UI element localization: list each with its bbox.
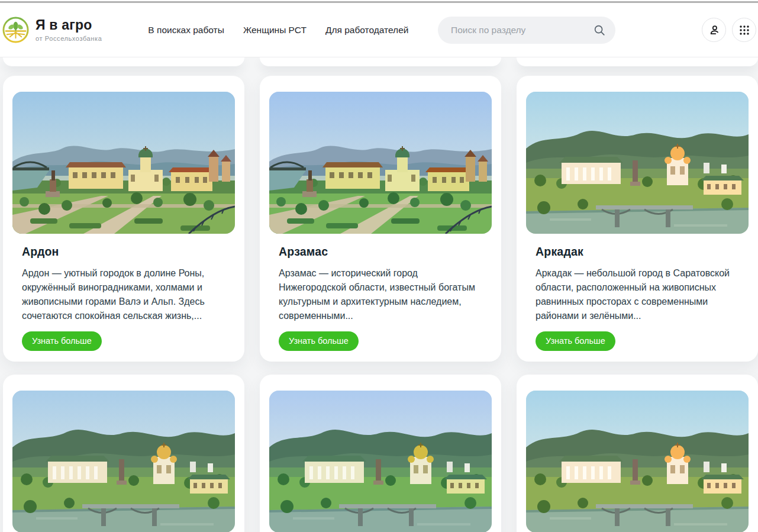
city-card-arzamas: Арзамас Арзамас — исторический город Ниж… (260, 76, 501, 362)
apps-menu-button[interactable] (732, 18, 756, 42)
city-card-title: Аркадак (536, 245, 739, 259)
city-photo-illustration (269, 391, 492, 532)
city-card-description: Аркадак — небольшой город в Саратовской … (536, 266, 739, 323)
city-card-title: Ардон (22, 245, 225, 259)
logo-subtitle: от Россельхозбанка (36, 35, 102, 42)
city-card (260, 375, 501, 532)
city-card-description: Ардон — уютный городок в долине Роны, ок… (22, 266, 225, 323)
city-photo-illustration (526, 92, 749, 234)
logo[interactable]: Я в агро от Россельхозбанка (2, 16, 102, 44)
user-profile-button[interactable] (702, 18, 726, 42)
main-nav: В поисках работы Женщины РСТ Для работод… (148, 25, 408, 36)
nav-item-job-seekers[interactable]: В поисках работы (148, 25, 224, 36)
learn-more-button[interactable]: Узнать больше (536, 331, 615, 351)
city-photo-illustration (12, 92, 235, 234)
city-card-description: Арзамас — исторический город Нижегородск… (279, 266, 482, 323)
card-fragment (517, 57, 758, 66)
previous-row-fragments (3, 57, 758, 66)
city-photo-illustration (269, 92, 492, 234)
cards-row-2 (3, 375, 758, 532)
learn-more-button[interactable]: Узнать больше (279, 331, 359, 351)
cards-row-1: Ардон Ардон — уютный городок в долине Ро… (3, 76, 758, 362)
city-photo (12, 92, 235, 234)
card-fragment (3, 57, 244, 66)
apps-grid-icon (738, 24, 750, 36)
city-photo (12, 391, 235, 532)
nav-item-women-rst[interactable]: Женщины РСТ (243, 25, 307, 36)
user-icon (708, 24, 721, 37)
city-photo-illustration (526, 391, 749, 532)
city-card-ardon: Ардон Ардон — уютный городок в долине Ро… (3, 76, 244, 362)
city-card (517, 375, 758, 532)
section-search[interactable] (438, 17, 615, 44)
city-card-arkadak: Аркадак Аркадак — небольшой город в Сара… (517, 76, 758, 362)
city-card-title: Арзамас (279, 245, 482, 259)
site-header: Я в агро от Россельхозбанка В поисках ра… (0, 3, 758, 57)
city-photo (526, 391, 749, 532)
city-photo (269, 92, 492, 234)
logo-title: Я в агро (36, 18, 102, 32)
header-actions (702, 18, 757, 42)
cities-grid: Ардон Ардон — уютный городок в долине Ро… (3, 57, 758, 532)
card-fragment (260, 57, 501, 66)
search-input[interactable] (451, 25, 593, 36)
nav-item-employers[interactable]: Для работодателей (325, 25, 409, 36)
city-photo (269, 391, 492, 532)
search-icon[interactable] (593, 24, 606, 37)
city-card (3, 375, 244, 532)
city-photo-illustration (12, 391, 235, 532)
learn-more-button[interactable]: Узнать больше (22, 331, 102, 351)
city-photo (526, 92, 749, 234)
sprout-roots-logo-icon (2, 16, 30, 44)
